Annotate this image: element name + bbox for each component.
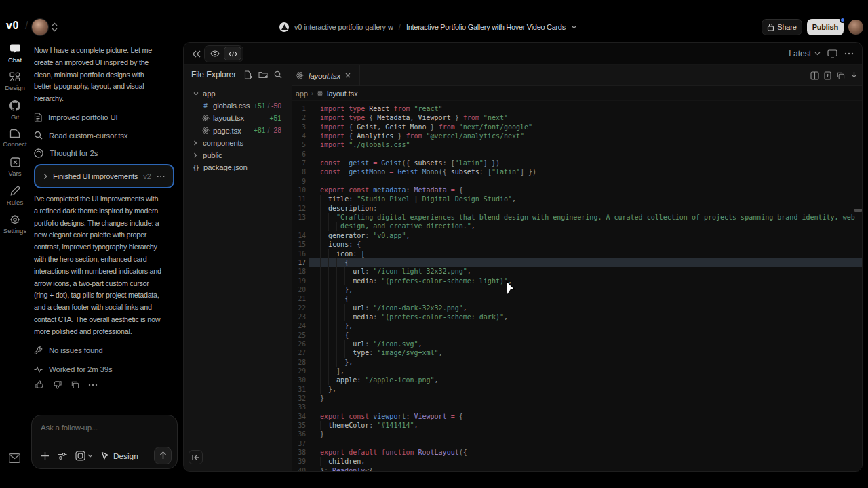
code-icon — [229, 51, 237, 57]
task-card-version: v2 — [143, 172, 151, 180]
file-export-icon[interactable] — [824, 71, 831, 80]
breadcrumb-chevron: › — [311, 90, 313, 97]
copy-file-icon[interactable] — [836, 71, 845, 80]
rail-item-settings[interactable]: Settings — [0, 213, 30, 241]
share-button[interactable]: Share — [762, 19, 802, 35]
code-line-18: 18 url: "/icon-light-32x32.png", — [292, 267, 862, 276]
feedback-mail-icon[interactable] — [9, 453, 20, 463]
code-line-9: 9 — [292, 177, 862, 186]
chat-icon — [9, 42, 21, 54]
close-tab-icon[interactable] — [345, 73, 351, 78]
code-line-16: 16 icon: [ — [292, 249, 862, 258]
search-icon[interactable] — [274, 70, 282, 79]
notification-dot — [840, 17, 846, 23]
chat-composer[interactable]: Ask a follow-up... Design — [31, 415, 178, 469]
workspace-panel: Latest File Explorer app#globals.css+51 … — [183, 42, 863, 472]
project-name[interactable]: Interactive Portfolio Gallery with Hover… — [406, 23, 566, 31]
left-nav-rail: ChatDesignGitConnectVarsRulesSettings — [0, 42, 30, 241]
folder-app[interactable]: app — [184, 87, 292, 100]
code-toggle[interactable] — [224, 47, 241, 60]
settings-sliders-icon[interactable] — [58, 452, 67, 460]
v0-logo[interactable]: v0 — [6, 20, 19, 32]
code-editor: layout.tsx app › layout.tsx 1import type… — [292, 65, 862, 471]
step-thought-for-2s[interactable]: Thought for 2s — [34, 144, 127, 163]
scrollbar-thumb[interactable] — [854, 209, 862, 212]
finished-task-card[interactable]: Finished UI improvements v2 — [34, 164, 174, 188]
copy-icon[interactable] — [71, 380, 79, 389]
team-name[interactable]: v0-interactive-portfolio-gallery-w — [294, 23, 393, 31]
version-select[interactable]: Latest — [789, 49, 821, 58]
react-icon — [296, 71, 304, 79]
folder-components[interactable]: components — [184, 137, 292, 149]
account-avatar[interactable] — [848, 20, 863, 35]
breadcrumb-file[interactable]: layout.tsx — [327, 89, 358, 98]
code-area[interactable]: 1import type React from "react"2import t… — [292, 101, 862, 471]
code-line-39: 39 children, — [292, 457, 862, 466]
user-avatar[interactable] — [32, 19, 48, 35]
chevron-down-icon — [87, 454, 93, 458]
breadcrumb-separator: / — [399, 22, 401, 32]
editor-tabbar: layout.tsx — [292, 65, 862, 86]
thumbs-down-icon[interactable] — [53, 380, 62, 389]
chevron-down-icon — [193, 92, 199, 96]
file-layout-tsx[interactable]: layout.tsx+51 — [184, 112, 292, 124]
team-avatar-icon[interactable] — [279, 22, 289, 32]
code-line-30: 30 apple: "/apple-icon.png", — [292, 375, 862, 384]
step-read-custom-cursor-tsx[interactable]: Read custom-cursor.tsx — [34, 127, 127, 145]
file-package-json[interactable]: {}package.json — [184, 161, 292, 174]
code-line-35: 35 themeColor: "#141414", — [292, 421, 862, 430]
more-menu-icon[interactable] — [844, 52, 854, 55]
more-options-icon[interactable] — [157, 175, 165, 178]
rail-item-vars[interactable]: Vars — [0, 156, 30, 184]
rail-item-design[interactable]: Design — [0, 70, 30, 99]
activity-icon — [34, 366, 43, 373]
status-no-issues: No issues found — [34, 345, 102, 356]
rail-label: Design — [5, 84, 25, 92]
source-select[interactable] — [75, 451, 93, 461]
rail-item-git[interactable]: Git — [0, 99, 30, 127]
device-preview-icon[interactable] — [827, 49, 837, 58]
code-line-6: 6 — [292, 150, 862, 159]
code-line-17: 17 { — [292, 258, 862, 267]
code-line-27: 27 type: "image/svg+xml", — [292, 348, 862, 357]
editor-actions — [810, 71, 859, 80]
git-icon — [9, 99, 20, 111]
collapse-left-icon — [192, 454, 199, 461]
image-box-icon — [75, 451, 85, 461]
workspace-switcher-icon[interactable] — [51, 22, 58, 33]
rail-label: Chat — [8, 56, 22, 64]
tab-layout-tsx[interactable]: layout.tsx — [292, 65, 360, 86]
rail-item-rules[interactable]: Rules — [0, 184, 30, 213]
collapse-explorer-button[interactable] — [189, 450, 203, 464]
chevron-right-icon — [43, 173, 47, 180]
code-line-24: 24 }, — [292, 321, 862, 330]
rail-item-chat[interactable]: Chat — [0, 42, 30, 70]
file-page-tsx[interactable]: page.tsx+81 / -28 — [184, 125, 292, 137]
new-file-icon[interactable] — [244, 70, 252, 79]
file-globals-css[interactable]: #globals.css+51 / -50 — [184, 100, 292, 112]
send-button[interactable] — [154, 447, 172, 464]
split-view-icon[interactable] — [810, 71, 819, 80]
download-icon[interactable] — [850, 71, 859, 80]
new-folder-icon[interactable] — [258, 70, 268, 79]
preview-toggle[interactable] — [206, 47, 224, 60]
thumbs-up-icon[interactable] — [35, 380, 44, 389]
rail-item-connect[interactable]: Connect — [0, 127, 30, 156]
folder-public[interactable]: public — [184, 149, 292, 161]
collapse-chat-icon[interactable] — [192, 50, 201, 58]
chevron-down-icon[interactable] — [571, 25, 577, 29]
breadcrumb-folder[interactable]: app — [296, 89, 308, 98]
composer-placeholder[interactable]: Ask a follow-up... — [41, 424, 98, 432]
react-icon — [317, 90, 323, 97]
top-header: v0 / v0-interactive-portfolio-gallery-w … — [0, 0, 868, 41]
code-line-29: 29 ], — [292, 367, 862, 375]
diff-stats: +51 — [270, 115, 281, 122]
code-line-31: 31 }, — [292, 385, 862, 394]
attach-plus-icon[interactable] — [41, 451, 50, 460]
step-improved-portfolio-ui[interactable]: Improved portfolio UI — [34, 108, 127, 127]
publish-button[interactable]: Publish — [807, 19, 844, 35]
mode-select[interactable]: Design — [101, 451, 138, 461]
more-actions-icon[interactable] — [88, 384, 98, 386]
diff-stats: +81 / -28 — [254, 127, 281, 134]
file-text-icon — [34, 113, 42, 122]
